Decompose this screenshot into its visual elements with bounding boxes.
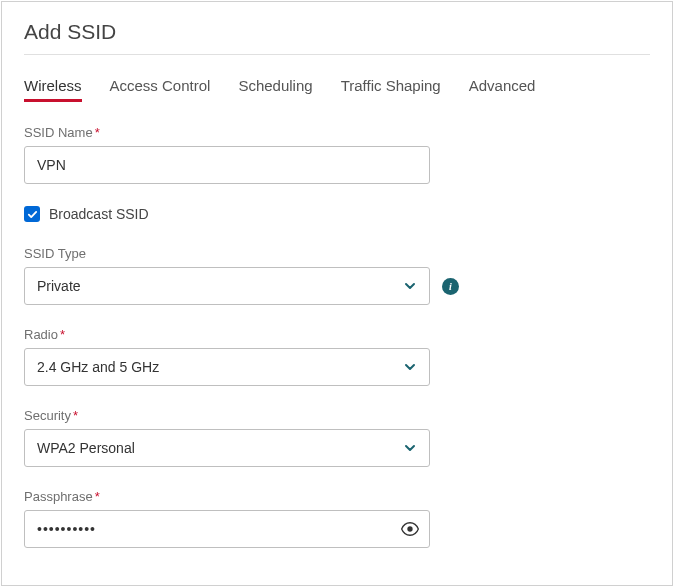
label-ssid-name: SSID Name* — [24, 125, 650, 140]
label-radio: Radio* — [24, 327, 650, 342]
chevron-down-icon — [403, 441, 417, 455]
input-passphrase[interactable] — [24, 510, 430, 548]
select-radio-value: 2.4 GHz and 5 GHz — [37, 359, 159, 375]
label-passphrase-text: Passphrase — [24, 489, 93, 504]
checkbox-broadcast-ssid[interactable] — [24, 206, 40, 222]
label-security: Security* — [24, 408, 650, 423]
field-ssid-type: SSID Type Private i — [24, 246, 650, 305]
form-wireless: SSID Name* Broadcast SSID SSID Type Priv… — [24, 111, 650, 548]
required-marker: * — [60, 327, 65, 342]
select-radio[interactable]: 2.4 GHz and 5 GHz — [24, 348, 430, 386]
select-security-value: WPA2 Personal — [37, 440, 135, 456]
tab-wireless[interactable]: Wireless — [24, 73, 82, 100]
input-ssid-name[interactable] — [24, 146, 430, 184]
chevron-down-icon — [403, 360, 417, 374]
svg-point-0 — [407, 526, 412, 531]
tab-advanced[interactable]: Advanced — [469, 73, 536, 100]
label-broadcast-ssid: Broadcast SSID — [49, 206, 149, 222]
select-ssid-type-value: Private — [37, 278, 81, 294]
field-radio: Radio* 2.4 GHz and 5 GHz — [24, 327, 650, 386]
check-icon — [27, 209, 38, 220]
label-passphrase: Passphrase* — [24, 489, 650, 504]
tab-scheduling[interactable]: Scheduling — [238, 73, 312, 100]
info-icon[interactable]: i — [442, 278, 459, 295]
eye-icon[interactable] — [400, 519, 420, 539]
select-ssid-type[interactable]: Private — [24, 267, 430, 305]
select-security[interactable]: WPA2 Personal — [24, 429, 430, 467]
field-ssid-name: SSID Name* — [24, 125, 650, 184]
label-ssid-name-text: SSID Name — [24, 125, 93, 140]
page-title: Add SSID — [24, 20, 650, 55]
tab-access-control[interactable]: Access Control — [110, 73, 211, 100]
field-passphrase: Passphrase* — [24, 489, 650, 548]
label-ssid-type: SSID Type — [24, 246, 650, 261]
tablist: Wireless Access Control Scheduling Traff… — [24, 73, 650, 101]
field-security: Security* WPA2 Personal — [24, 408, 650, 467]
required-marker: * — [95, 125, 100, 140]
required-marker: * — [73, 408, 78, 423]
add-ssid-panel: Add SSID Wireless Access Control Schedul… — [1, 1, 673, 586]
required-marker: * — [95, 489, 100, 504]
label-radio-text: Radio — [24, 327, 58, 342]
label-security-text: Security — [24, 408, 71, 423]
tab-traffic-shaping[interactable]: Traffic Shaping — [341, 73, 441, 100]
chevron-down-icon — [403, 279, 417, 293]
field-broadcast-ssid: Broadcast SSID — [24, 206, 650, 222]
